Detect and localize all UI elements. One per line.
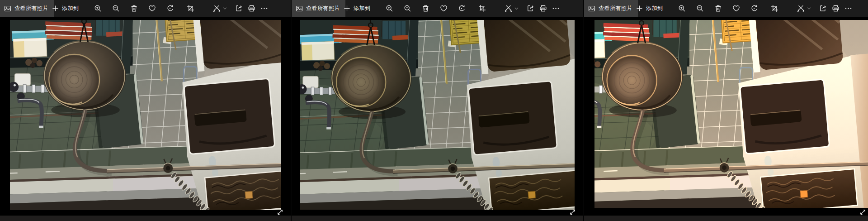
view-all-photos-label: 查看所有照片 xyxy=(599,5,632,12)
favorite-button[interactable] xyxy=(146,0,158,17)
add-to-button[interactable]: 添加到 xyxy=(340,0,374,17)
crop-button[interactable] xyxy=(184,0,197,17)
plus-icon xyxy=(52,5,59,12)
edit-create-dropdown[interactable] xyxy=(513,0,519,17)
share-button[interactable] xyxy=(816,0,829,17)
print-icon xyxy=(248,5,255,12)
toolbar: 查看所有照片 添加到 xyxy=(584,0,868,17)
fullscreen-arrow-icon xyxy=(276,208,284,216)
zoom-in-button[interactable] xyxy=(91,0,104,17)
kitchen-illustration[interactable] xyxy=(300,20,575,210)
zoom-out-icon xyxy=(696,5,704,12)
share-button[interactable] xyxy=(232,0,245,17)
crop-icon xyxy=(771,5,778,12)
share-icon xyxy=(527,5,534,12)
print-button[interactable] xyxy=(537,0,549,17)
photo-icon xyxy=(4,5,11,12)
crop-button[interactable] xyxy=(768,0,781,17)
chevron-down-icon xyxy=(223,7,227,10)
add-to-label: 添加到 xyxy=(354,5,371,12)
view-all-photos-button[interactable]: 查看所有照片 xyxy=(584,0,638,17)
right-icon-group xyxy=(796,0,854,17)
view-all-photos-label: 查看所有照片 xyxy=(306,5,340,12)
crop-button[interactable] xyxy=(476,0,488,17)
heart-icon xyxy=(440,5,448,12)
plus-icon xyxy=(636,5,643,12)
kitchen-illustration[interactable] xyxy=(594,20,868,208)
print-button[interactable] xyxy=(829,0,842,17)
zoom-in-button[interactable] xyxy=(675,0,688,17)
rotate-button[interactable] xyxy=(164,0,176,17)
delete-button[interactable] xyxy=(127,0,140,17)
print-icon xyxy=(539,5,547,12)
photo-icon xyxy=(588,5,595,12)
zoom-in-icon xyxy=(386,5,393,12)
zoom-out-icon xyxy=(404,5,411,12)
share-icon xyxy=(819,5,827,12)
rotate-button[interactable] xyxy=(455,0,468,17)
right-icon-group xyxy=(212,0,270,17)
edit-create-button[interactable] xyxy=(796,0,806,17)
rotate-icon xyxy=(166,5,174,12)
see-more-button[interactable] xyxy=(258,0,270,17)
photo-viewer xyxy=(0,17,291,221)
plus-icon xyxy=(344,5,350,12)
delete-icon xyxy=(130,5,138,12)
edit-create-icon xyxy=(505,5,512,12)
toolbar: 查看所有照片 添加到 xyxy=(0,0,291,17)
share-button[interactable] xyxy=(524,0,537,17)
add-to-button[interactable]: 添加到 xyxy=(632,0,667,17)
photos-window-2: 查看所有照片 添加到 xyxy=(291,0,583,221)
add-to-label: 添加到 xyxy=(62,5,79,12)
delete-icon xyxy=(714,5,722,12)
see-more-icon xyxy=(844,5,852,12)
center-icon-group xyxy=(675,0,786,17)
zoom-out-icon xyxy=(112,5,120,12)
center-icon-group xyxy=(383,0,494,17)
fullscreen-button[interactable] xyxy=(275,208,284,217)
rotate-icon xyxy=(750,5,758,12)
fullscreen-button[interactable] xyxy=(568,208,577,217)
photo-icon xyxy=(296,5,303,12)
edit-create-button[interactable] xyxy=(212,0,222,17)
see-more-icon xyxy=(552,5,560,12)
photo-viewer xyxy=(584,17,868,221)
view-all-photos-button[interactable]: 查看所有照片 xyxy=(292,0,345,17)
add-to-button[interactable]: 添加到 xyxy=(48,0,83,17)
crop-icon xyxy=(187,5,194,12)
delete-button[interactable] xyxy=(419,0,432,17)
see-more-button[interactable] xyxy=(842,0,854,17)
delete-icon xyxy=(422,5,429,12)
edit-create-icon xyxy=(213,5,221,12)
view-all-photos-button[interactable]: 查看所有照片 xyxy=(0,0,54,17)
view-all-photos-label: 查看所有照片 xyxy=(14,5,48,12)
photo-viewer xyxy=(292,17,583,221)
add-to-label: 添加到 xyxy=(646,5,663,12)
edit-create-dropdown[interactable] xyxy=(806,0,812,17)
rotate-button[interactable] xyxy=(748,0,760,17)
right-icon-group xyxy=(503,0,562,17)
zoom-in-button[interactable] xyxy=(383,0,396,17)
edit-create-icon xyxy=(797,5,805,12)
photos-window-1: 查看所有照片 添加到 xyxy=(0,0,291,221)
favorite-button[interactable] xyxy=(730,0,742,17)
favorite-button[interactable] xyxy=(437,0,450,17)
zoom-in-icon xyxy=(678,5,686,12)
kitchen-illustration[interactable] xyxy=(10,20,281,210)
edit-create-dropdown[interactable] xyxy=(222,0,228,17)
edit-create-button[interactable] xyxy=(503,0,513,17)
zoom-out-button[interactable] xyxy=(401,0,414,17)
center-icon-group xyxy=(91,0,202,17)
heart-icon xyxy=(732,5,740,12)
see-more-icon xyxy=(260,5,268,12)
see-more-button[interactable] xyxy=(549,0,562,17)
print-button[interactable] xyxy=(245,0,258,17)
zoom-in-icon xyxy=(94,5,102,12)
fullscreen-arrow-icon xyxy=(569,208,576,216)
chevron-down-icon xyxy=(807,7,811,10)
delete-button[interactable] xyxy=(712,0,724,17)
zoom-out-button[interactable] xyxy=(109,0,122,17)
zoom-out-button[interactable] xyxy=(693,0,706,17)
fullscreen-button[interactable] xyxy=(858,208,867,217)
share-icon xyxy=(235,5,243,12)
